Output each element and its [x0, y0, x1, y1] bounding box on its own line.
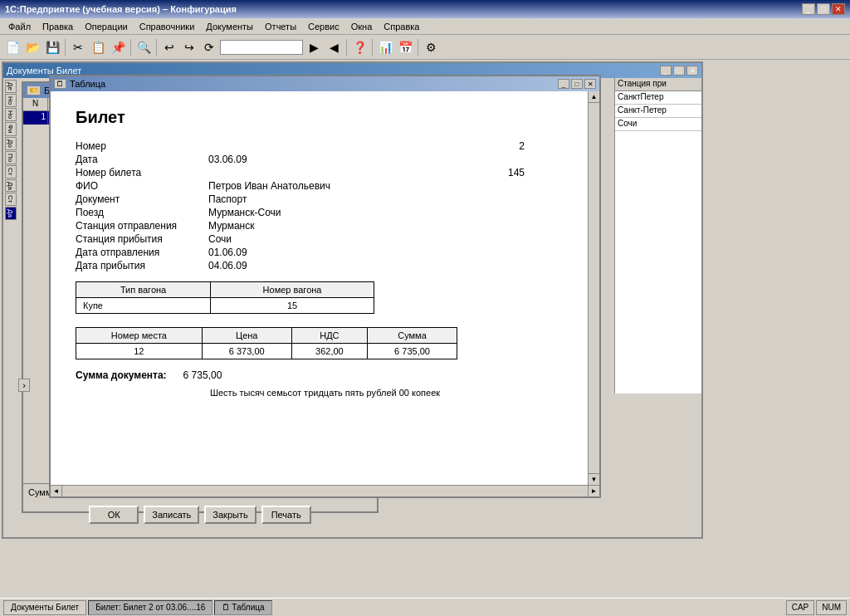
- redo-btn[interactable]: ↪: [180, 38, 198, 56]
- seats-table: Номер места Цена НДС Сумма 12 6 373,00 3…: [76, 327, 457, 359]
- seat-num: 12: [76, 344, 203, 359]
- print-button[interactable]: Печать: [261, 506, 311, 524]
- label-depart-date: Дата отправления: [76, 247, 208, 258]
- seat-col-price: Цена: [202, 328, 291, 344]
- table-minimize[interactable]: _: [558, 79, 569, 89]
- field-depart-date: Дата отправления 01.06.09: [76, 247, 574, 258]
- tab-4[interactable]: Фи: [5, 122, 17, 136]
- table-close[interactable]: ✕: [584, 79, 596, 89]
- doc-bilet-minimize[interactable]: _: [660, 66, 672, 76]
- print-area: Билет Номер 2 Дата 03.06.09 Номер билета…: [51, 91, 599, 485]
- help-btn[interactable]: ❓: [350, 38, 369, 56]
- sidebar-header-col: Станция при: [615, 78, 701, 90]
- value-depart-date: 01.06.09: [208, 247, 574, 258]
- close-button[interactable]: Закрыть: [204, 506, 256, 524]
- button-row: ОК Записать Закрыть Печать: [23, 501, 377, 529]
- expand-arrow[interactable]: ›: [18, 379, 30, 392]
- ticket-icon[interactable]: 🎫: [27, 86, 41, 95]
- table-maximize[interactable]: □: [571, 79, 583, 89]
- sidebar-row-1: СанктПетер: [615, 91, 701, 105]
- maximize-button[interactable]: □: [817, 3, 830, 15]
- doc-bilet-maximize[interactable]: □: [673, 66, 685, 76]
- close-button[interactable]: ✕: [832, 3, 845, 15]
- new-btn[interactable]: 📄: [3, 38, 22, 56]
- value-ticket-num: 145: [208, 167, 574, 178]
- doc-sum-row: Сумма документа: 6 735,00: [76, 369, 574, 381]
- menu-service[interactable]: Сервис: [303, 21, 344, 32]
- field-date: Дата 03.06.09: [76, 154, 574, 165]
- search-back[interactable]: ◀: [325, 38, 343, 56]
- status-bar: CAP NUM: [786, 600, 847, 615]
- tab-10[interactable]: Да: [5, 207, 17, 220]
- open-btn[interactable]: 📂: [23, 38, 42, 56]
- doc-bilet-window: Документы Билет _ □ ✕ Де Но Но Фи До По …: [2, 61, 703, 539]
- menu-reports[interactable]: Отчеты: [260, 21, 301, 32]
- tab-7[interactable]: Ст: [5, 165, 17, 178]
- scroll-right-h[interactable]: ►: [588, 486, 599, 496]
- scroll-h-track: [62, 486, 588, 496]
- minimize-button[interactable]: _: [802, 3, 815, 15]
- doc-bilet-close[interactable]: ✕: [686, 66, 698, 76]
- print-heading: Билет: [76, 108, 574, 127]
- label-train: Поезд: [76, 207, 208, 218]
- field-arrive-date: Дата прибытия 04.06.09: [76, 260, 574, 271]
- value-train: Мурманск-Сочи: [208, 207, 574, 218]
- tab-2[interactable]: Но: [5, 94, 17, 107]
- value-date: 03.06.09: [208, 154, 574, 165]
- field-doc: Документ Паспорт: [76, 193, 574, 205]
- tab-6[interactable]: По: [5, 151, 17, 164]
- save-btn[interactable]: 💾: [43, 38, 61, 56]
- taskbar-doc-bilet[interactable]: Документы Билет: [3, 600, 86, 615]
- tab-8[interactable]: Да: [5, 179, 17, 193]
- row-n: 1: [23, 111, 48, 125]
- paste-btn[interactable]: 📌: [109, 38, 127, 56]
- tab-5[interactable]: До: [5, 137, 17, 150]
- search-go[interactable]: ▶: [305, 38, 323, 56]
- taskbar-ticket[interactable]: Билет: Билет 2 от 03.06....16: [88, 600, 212, 615]
- field-train: Поезд Мурманск-Сочи: [76, 207, 574, 218]
- tab-3[interactable]: Но: [5, 108, 17, 121]
- ok-button[interactable]: ОК: [89, 506, 139, 524]
- cut-btn[interactable]: ✂: [69, 38, 87, 56]
- scroll-down[interactable]: ▼: [589, 473, 599, 485]
- menu-documents[interactable]: Документы: [201, 21, 258, 32]
- wagon-type: Купе: [76, 298, 211, 314]
- field-ticket-num: Номер билета 145: [76, 167, 574, 178]
- scroll-right[interactable]: ▲ ▼: [588, 91, 599, 485]
- table-buttons: _ □ ✕: [558, 79, 596, 89]
- copy-btn[interactable]: 📋: [89, 38, 107, 56]
- sep1: [65, 39, 66, 56]
- value-depart-station: Мурманск: [208, 220, 574, 232]
- find-btn[interactable]: 🔍: [134, 38, 153, 56]
- sidebar-row-2: Санкт-Петер: [615, 105, 701, 118]
- menu-references[interactable]: Справочники: [134, 21, 200, 32]
- save-button[interactable]: Записать: [144, 506, 199, 524]
- wagon-num: 15: [211, 298, 374, 314]
- field-fio: ФИО Петров Иван Анатольевич: [76, 180, 574, 192]
- calendar-btn[interactable]: 📅: [396, 38, 414, 56]
- scroll-left[interactable]: ◄: [51, 486, 62, 496]
- doc-sum-label: Сумма документа:: [76, 369, 167, 381]
- wagon-table: Тип вагона Номер вагона Купе 15: [76, 281, 374, 314]
- sep5: [372, 39, 373, 56]
- menu-edit[interactable]: Правка: [37, 21, 78, 32]
- menu-windows[interactable]: Окна: [346, 21, 378, 32]
- settings-btn[interactable]: ⚙: [422, 38, 440, 56]
- scroll-up[interactable]: ▲: [589, 91, 599, 103]
- undo-btn[interactable]: ↩: [160, 38, 178, 56]
- menu-help[interactable]: Справка: [379, 21, 424, 32]
- taskbar-table-label: Таблица: [232, 603, 264, 612]
- calc-btn[interactable]: 📊: [376, 38, 394, 56]
- tab-1[interactable]: Де: [5, 80, 17, 93]
- doc-bilet-buttons: _ □ ✕: [660, 66, 698, 76]
- menu-operations[interactable]: Операции: [80, 21, 132, 32]
- tab-9[interactable]: Ст: [5, 193, 17, 205]
- label-doc: Документ: [76, 193, 208, 205]
- search-input[interactable]: [220, 40, 303, 55]
- taskbar-table[interactable]: 🗒 Таблица: [214, 600, 271, 615]
- menu-file[interactable]: Файл: [3, 21, 36, 32]
- label-date: Дата: [76, 154, 208, 165]
- scroll-bottom[interactable]: ◄ ►: [51, 485, 599, 496]
- left-sidebar: Де Но Но Фи До По Ст Да Ст Да: [3, 78, 18, 518]
- reload-btn[interactable]: ⟳: [200, 38, 218, 56]
